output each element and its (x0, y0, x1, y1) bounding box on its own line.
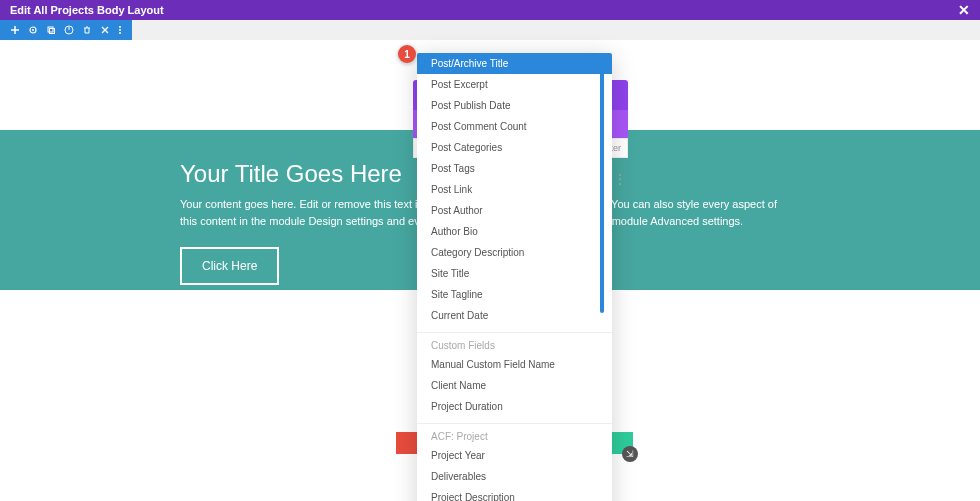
trash-icon[interactable] (82, 25, 92, 35)
dropdown-item[interactable]: Post Comment Count (417, 116, 612, 137)
resize-icon[interactable]: ⇲ (622, 446, 638, 462)
dropdown-scrollbar[interactable] (600, 53, 604, 313)
dropdown-item[interactable]: Site Tagline (417, 284, 612, 305)
toolbar (0, 20, 980, 40)
svg-point-1 (32, 29, 34, 31)
svg-point-7 (119, 32, 121, 34)
callout-badge: 1 (398, 45, 416, 63)
page-content: Your Title Goes Here Your content goes h… (0, 40, 980, 501)
dropdown-item[interactable]: Current Date (417, 305, 612, 326)
section-custom-fields: Custom Fields (417, 333, 612, 354)
dropdown-item[interactable]: Site Title (417, 263, 612, 284)
cta-button[interactable]: Click Here (180, 247, 279, 285)
dropdown-item[interactable]: Category Description (417, 242, 612, 263)
svg-rect-3 (50, 29, 55, 34)
gear-icon[interactable] (28, 25, 38, 35)
dropdown-item[interactable]: Project Duration (417, 396, 612, 417)
dynamic-content-dropdown: Post/Archive TitlePost ExcerptPost Publi… (417, 53, 612, 501)
dropdown-item[interactable]: Author Bio (417, 221, 612, 242)
options-icon[interactable]: ⋮ (614, 172, 626, 186)
dropdown-item[interactable]: Deliverables (417, 466, 612, 487)
dropdown-item[interactable]: Manual Custom Field Name (417, 354, 612, 375)
duplicate-icon[interactable] (46, 25, 56, 35)
dropdown-item[interactable]: Post Tags (417, 158, 612, 179)
save-icon[interactable] (64, 25, 74, 35)
svg-rect-2 (48, 27, 53, 32)
svg-point-6 (119, 29, 121, 31)
dropdown-item[interactable]: Post Author (417, 200, 612, 221)
dropdown-item[interactable]: Post/Archive Title (417, 53, 612, 74)
dropdown-item[interactable]: Post Publish Date (417, 95, 612, 116)
dropdown-item[interactable]: Post Categories (417, 137, 612, 158)
delete-handle[interactable] (396, 432, 418, 454)
exit-icon[interactable] (100, 25, 110, 35)
dropdown-item[interactable]: Project Year (417, 445, 612, 466)
svg-point-5 (119, 26, 121, 28)
dropdown-item[interactable]: Post Link (417, 179, 612, 200)
toolbar-group (0, 20, 132, 40)
add-icon[interactable] (10, 25, 20, 35)
top-bar: Edit All Projects Body Layout ✕ (0, 0, 980, 20)
section-acf-project: ACF: Project (417, 424, 612, 445)
dropdown-item[interactable]: Post Excerpt (417, 74, 612, 95)
more-icon[interactable] (118, 25, 122, 35)
dropdown-item[interactable]: Client Name (417, 375, 612, 396)
dropdown-item[interactable]: Project Description (417, 487, 612, 501)
top-bar-title: Edit All Projects Body Layout (10, 4, 164, 16)
close-icon[interactable]: ✕ (958, 2, 970, 18)
filter-placeholder: ter (610, 143, 621, 153)
